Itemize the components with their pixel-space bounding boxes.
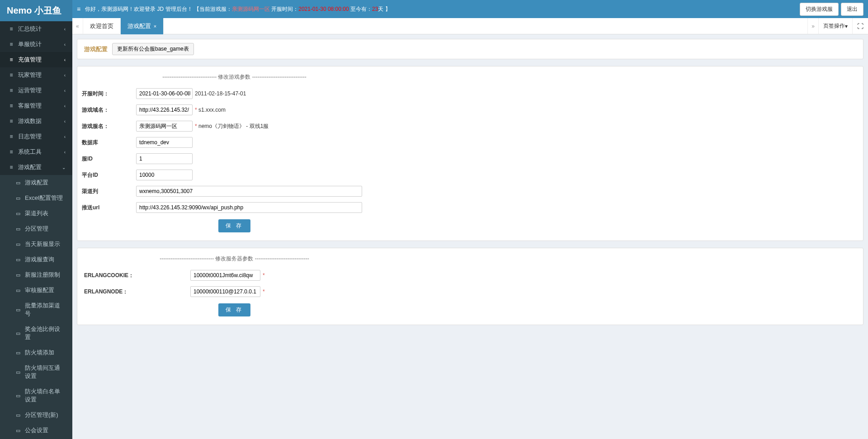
file-icon: ▭: [15, 350, 21, 356]
sub-audit-server[interactable]: ▭审核服配置: [0, 283, 72, 298]
file-icon: ▭: [15, 241, 21, 247]
chevron-left-icon: ‹: [64, 73, 66, 78]
tab-home[interactable]: 欢迎首页: [83, 18, 121, 34]
sub-server-query[interactable]: ▭游戏服查询: [0, 252, 72, 267]
nav-sub-gameconfig: ▭游戏配置 ▭Excel配置管理 ▭渠道列表 ▭分区管理 ▭当天新服显示 ▭游戏…: [0, 175, 72, 439]
caret-down-icon: ▾: [845, 23, 848, 29]
file-icon: ▭: [15, 412, 21, 418]
chevron-left-icon: ‹: [64, 27, 66, 32]
nav-tools[interactable]: ≡系统工具‹: [0, 144, 72, 160]
file-icon: ▭: [15, 369, 21, 375]
open-time-hint: 2011-02-18-15-47-01: [195, 90, 246, 97]
erlang-node-input[interactable]: [190, 286, 260, 297]
save-server-params-button[interactable]: 保 存: [218, 303, 250, 316]
sub-game-config[interactable]: ▭游戏配置: [0, 175, 72, 190]
list-icon: ≡: [8, 87, 14, 94]
chevron-left-icon: ‹: [64, 88, 66, 93]
nav-gamedata[interactable]: ≡游戏数据‹: [0, 113, 72, 129]
sub-channel-list[interactable]: ▭渠道列表: [0, 206, 72, 221]
sid-input[interactable]: [136, 153, 193, 164]
list-icon: ≡: [8, 103, 14, 109]
sub-today-server[interactable]: ▭当天新服显示: [0, 236, 72, 252]
list-icon: ≡: [8, 164, 14, 170]
tab-scroll-left[interactable]: «: [72, 18, 83, 34]
file-icon: ▭: [15, 226, 21, 232]
push-input[interactable]: [136, 202, 362, 213]
open-time-input[interactable]: [136, 88, 193, 99]
sub-guild[interactable]: ▭公会设置: [0, 423, 72, 438]
file-icon: ▭: [15, 330, 21, 336]
tabbar: « 欢迎首页 游戏配置× » 页签操作▾ ⛶: [72, 18, 868, 34]
file-icon: ▭: [15, 211, 21, 217]
file-icon: ▭: [15, 180, 21, 186]
server-name-input[interactable]: [136, 121, 193, 132]
logout-button[interactable]: 退出: [841, 3, 863, 16]
nav-single[interactable]: ≡单服统计‹: [0, 37, 72, 52]
sub-excel[interactable]: ▭Excel配置管理: [0, 190, 72, 206]
channel-label: 渠道列: [82, 188, 136, 195]
nav-log[interactable]: ≡日志管理‹: [0, 129, 72, 144]
list-icon: ≡: [8, 41, 14, 47]
tab-ops-dropdown[interactable]: 页签操作▾: [818, 18, 852, 34]
nav-gameconfig[interactable]: ≡游戏配置⌄: [0, 160, 72, 175]
chevron-left-icon: ‹: [64, 134, 66, 139]
db-label: 数据库: [82, 139, 136, 146]
greeting-text: 你好，亲测源码网！欢迎登录 JD 管理后台！ 【当前游戏服：亲测源码网一区 开服…: [85, 5, 391, 13]
tab-gameconfig[interactable]: 游戏配置×: [121, 18, 164, 34]
file-icon: ▭: [15, 257, 21, 263]
sub-bonus-ratio[interactable]: ▭奖金池比例设置: [0, 321, 72, 345]
sub-firewall-white[interactable]: ▭防火墙白名单设置: [0, 384, 72, 407]
switch-server-button[interactable]: 切换游戏服: [800, 3, 839, 16]
nav-cs[interactable]: ≡客服管理‹: [0, 98, 72, 113]
sidebar: Nemo 小丑鱼 ≡汇总统计‹ ≡单服统计‹ ≡充值管理‹ ≡玩家管理‹ ≡运营…: [0, 0, 72, 439]
file-icon: ▭: [15, 428, 21, 434]
nav-summary[interactable]: ≡汇总统计‹: [0, 21, 72, 37]
db-input[interactable]: [136, 137, 193, 148]
nav-recharge[interactable]: ≡充值管理‹: [0, 52, 72, 67]
erlang-node-label: ERLANGNODE：: [82, 288, 190, 296]
domain-label: 游戏域名：: [82, 106, 136, 114]
update-guild-button[interactable]: 更新所有公会服base_game表: [112, 43, 194, 55]
chevron-left-icon: ‹: [64, 104, 66, 109]
file-icon: ▭: [15, 272, 21, 278]
nav-ops[interactable]: ≡运营管理‹: [0, 83, 72, 98]
list-icon: ≡: [8, 133, 14, 140]
pid-input[interactable]: [136, 170, 193, 180]
fullscreen-icon[interactable]: ⛶: [852, 18, 868, 34]
chevron-left-icon: ‹: [64, 150, 66, 155]
server-name-label: 游戏服名：: [82, 123, 136, 130]
nav-main: ≡汇总统计‹ ≡单服统计‹ ≡充值管理‹ ≡玩家管理‹ ≡运营管理‹ ≡客服管理…: [0, 21, 72, 175]
nav-player[interactable]: ≡玩家管理‹: [0, 67, 72, 83]
chevron-down-icon: ⌄: [62, 165, 66, 170]
sub-batch-channel[interactable]: ▭批量添加渠道号: [0, 298, 72, 321]
domain-input[interactable]: [136, 104, 193, 115]
tab-scroll-right[interactable]: »: [807, 18, 818, 34]
menu-toggle-icon[interactable]: ≡: [77, 5, 80, 13]
form2-title: ------------------------------ 修改服务器参数 -…: [77, 253, 392, 267]
file-icon: ▭: [15, 393, 21, 399]
push-label: 推送url: [82, 204, 136, 212]
sid-label: 服ID: [82, 155, 136, 163]
topbar: ≡ 你好，亲测源码网！欢迎登录 JD 管理后台！ 【当前游戏服：亲测源码网一区 …: [72, 0, 868, 18]
channel-input[interactable]: [136, 186, 362, 197]
sub-reg-limit[interactable]: ▭新服注册限制: [0, 267, 72, 283]
list-icon: ≡: [8, 57, 14, 63]
content: 游戏配置 更新所有公会服base_game表 -----------------…: [72, 34, 868, 439]
save-game-params-button[interactable]: 保 存: [218, 219, 250, 232]
chevron-left-icon: ‹: [64, 42, 66, 47]
file-icon: ▭: [15, 307, 21, 313]
chevron-left-icon: ‹: [64, 57, 66, 62]
page-header-panel: 游戏配置 更新所有公会服base_game表: [77, 39, 863, 59]
erlang-cookie-input[interactable]: [190, 270, 260, 281]
sub-zone[interactable]: ▭分区管理: [0, 221, 72, 236]
close-icon[interactable]: ×: [154, 24, 156, 29]
game-params-panel: ------------------------------ 修改游戏参数 --…: [77, 66, 863, 241]
list-icon: ≡: [8, 149, 14, 155]
sub-firewall-add[interactable]: ▭防火墙添加: [0, 345, 72, 360]
file-icon: ▭: [15, 195, 21, 201]
sub-firewall-inter[interactable]: ▭防火墙间互通设置: [0, 360, 72, 384]
list-icon: ≡: [8, 118, 14, 124]
open-time-label: 开服时间：: [82, 90, 136, 98]
sub-zone-new[interactable]: ▭分区管理(新): [0, 407, 72, 423]
required-mark: *: [263, 288, 265, 295]
